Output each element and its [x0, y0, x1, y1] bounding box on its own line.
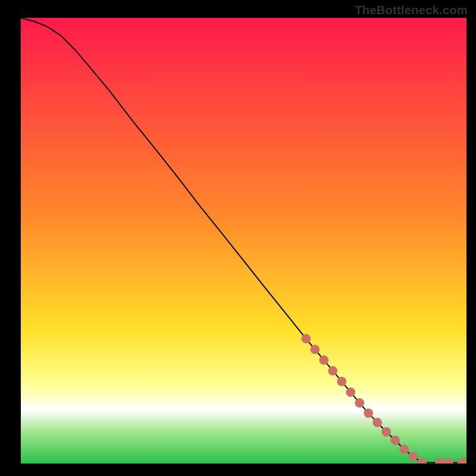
page-root: TheBottleneck.com [0, 0, 476, 476]
dot-highlight-dots [417, 458, 427, 464]
plot-canvas [21, 18, 466, 464]
dot-highlight-dots [458, 458, 466, 464]
dot-highlight-dots [328, 366, 337, 375]
dot-highlight-dots [301, 334, 311, 343]
dot-highlight-dots [319, 355, 328, 365]
dot-highlight-dots [310, 345, 320, 354]
dot-highlight-dots [372, 418, 382, 427]
dot-highlight-dots [364, 408, 373, 418]
watermark-label: TheBottleneck.com [355, 4, 468, 17]
dot-highlight-dots [435, 458, 444, 464]
dot-highlight-dots [408, 452, 418, 461]
dot-highlight-dots [337, 377, 346, 386]
plot-frame [21, 18, 466, 464]
dot-highlight-dots [444, 458, 453, 464]
dot-highlight-dots [399, 444, 409, 454]
dot-highlight-dots [355, 398, 364, 408]
series-layer [21, 18, 466, 464]
dot-highlight-dots [390, 436, 400, 445]
dot-highlight-dots [346, 387, 355, 397]
series-curve [21, 18, 422, 463]
dot-highlight-dots [381, 427, 391, 437]
